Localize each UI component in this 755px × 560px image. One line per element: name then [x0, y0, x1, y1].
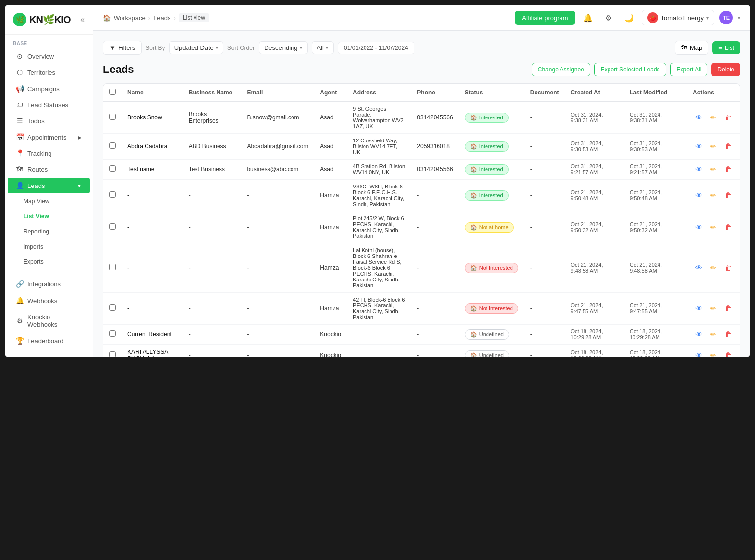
edit-button[interactable]: ✏ [707, 328, 719, 340]
row-actions: 👁 ✏ 🗑 [687, 180, 740, 211]
status-badge[interactable]: 🏠 Not Interested [465, 303, 518, 314]
edit-button[interactable]: ✏ [707, 112, 719, 123]
row-checkbox-7[interactable] [109, 330, 116, 337]
sidebar-item-integrations[interactable]: 🔗 Integrations [8, 276, 90, 292]
row-checkbox-4[interactable] [109, 223, 116, 230]
edit-button[interactable]: ✏ [707, 189, 719, 201]
delete-row-button[interactable]: 🗑 [722, 140, 734, 152]
breadcrumb-leads[interactable]: Leads [153, 14, 170, 22]
sidebar-item-map-view[interactable]: Map View [8, 194, 90, 209]
row-name: Current Resident [122, 325, 183, 345]
theme-toggle-icon[interactable]: 🌙 [621, 10, 637, 25]
view-button[interactable]: 👁 [693, 112, 705, 123]
row-checkbox-5[interactable] [109, 264, 116, 270]
sidebar-item-overview[interactable]: ⊙ Overview [8, 48, 90, 64]
delete-row-button[interactable]: 🗑 [722, 189, 734, 201]
delete-row-button[interactable]: 🗑 [722, 221, 734, 233]
select-all-checkbox[interactable] [109, 89, 116, 95]
row-checkbox-2[interactable] [109, 165, 116, 172]
delete-button[interactable]: Delete [711, 63, 740, 76]
filters-button[interactable]: ▼ Filters [103, 41, 142, 55]
export-all-button[interactable]: Export All [670, 63, 708, 76]
status-icon: 🏠 [470, 224, 477, 231]
campaigns-icon: 📢 [16, 85, 24, 93]
status-badge[interactable]: 🏠 Not Interested [465, 263, 518, 273]
edit-button[interactable]: ✏ [707, 221, 719, 233]
delete-row-button[interactable]: 🗑 [722, 262, 734, 274]
sidebar-item-reporting[interactable]: Reporting [8, 224, 90, 239]
row-checkbox-0[interactable] [109, 114, 116, 120]
row-status: 🏠 Interested [459, 180, 524, 211]
edit-button[interactable]: ✏ [707, 350, 719, 357]
view-button[interactable]: 👁 [693, 328, 705, 340]
row-phone: 03142045566 [411, 160, 459, 180]
status-badge[interactable]: 🏠 Undefined [465, 329, 509, 340]
delete-row-button[interactable]: 🗑 [722, 163, 734, 175]
sidebar-item-territories[interactable]: ⬡ Territories [8, 65, 90, 80]
status-badge[interactable]: 🏠 Interested [465, 141, 509, 152]
map-view-button[interactable]: 🗺 Map [675, 41, 708, 55]
row-document: - [524, 180, 565, 211]
sidebar-item-exports[interactable]: Exports [8, 255, 90, 269]
change-assignee-button[interactable]: Change Assignee [532, 63, 590, 76]
sidebar-item-knockio-webhooks[interactable]: ⚙ Knockio Webhooks [8, 309, 90, 332]
breadcrumb-workspace[interactable]: Workspace [114, 14, 146, 22]
view-button[interactable]: 👁 [693, 140, 705, 152]
sidebar-item-webhooks[interactable]: 🔔 Webhooks [8, 293, 90, 308]
sidebar-item-leads[interactable]: 👤 Leads ▼ [8, 178, 90, 193]
view-button[interactable]: 👁 [693, 303, 705, 314]
status-badge[interactable]: 🏠 Interested [465, 113, 509, 123]
sidebar-item-imports[interactable]: Imports [8, 239, 90, 254]
edit-button[interactable]: ✏ [707, 262, 719, 274]
sidebar-item-todos[interactable]: ☰ Todos [8, 113, 90, 129]
status-badge[interactable]: 🏠 Not at home [465, 222, 514, 233]
view-button[interactable]: 👁 [693, 189, 705, 201]
leads-actions: Change Assignee Export Selected Leads Ex… [532, 63, 740, 76]
delete-row-button[interactable]: 🗑 [722, 328, 734, 340]
row-business: - [183, 211, 242, 243]
affiliate-button[interactable]: Affiliate program [515, 11, 575, 25]
view-button[interactable]: 👁 [693, 350, 705, 357]
view-button[interactable]: 👁 [693, 262, 705, 274]
row-email: - [241, 293, 314, 325]
delete-row-button[interactable]: 🗑 [722, 303, 734, 314]
table-row: Current Resident - - Knockio - - 🏠 Undef… [103, 325, 740, 345]
user-chevron[interactable]: ▾ [738, 15, 740, 21]
sidebar-item-lead-statuses[interactable]: 🏷 Lead Statuses [8, 97, 90, 113]
delete-row-button[interactable]: 🗑 [722, 112, 734, 123]
date-range-picker[interactable]: 01/01/2022 - 11/07/2024 [338, 42, 414, 54]
settings-icon[interactable]: ⚙ [601, 10, 616, 25]
collapse-button[interactable]: « [80, 15, 85, 24]
edit-button[interactable]: ✏ [707, 140, 719, 152]
row-checkbox-3[interactable] [109, 191, 116, 198]
user-avatar[interactable]: TE [719, 11, 733, 24]
sidebar-item-list-view[interactable]: List View [8, 209, 90, 224]
col-phone: Phone [411, 84, 459, 102]
status-badge[interactable]: 🏠 Interested [465, 190, 509, 201]
row-checkbox-6[interactable] [109, 304, 116, 311]
edit-button[interactable]: ✏ [707, 163, 719, 175]
list-view-button[interactable]: ≡ List [712, 41, 740, 54]
sidebar-item-leaderboard[interactable]: 🏆 Leaderboard [8, 333, 90, 349]
workspace-badge[interactable]: 🍅 Tomato Energy ▾ [642, 10, 714, 25]
sidebar-item-appointments[interactable]: 📅 Appointments ▶ [8, 129, 90, 145]
view-button[interactable]: 👁 [693, 221, 705, 233]
topbar-right: Affiliate program 🔔 ⚙ 🌙 🍅 Tomato Energy … [515, 10, 740, 25]
sidebar-item-routes[interactable]: 🗺 Routes [8, 162, 90, 177]
status-badge[interactable]: 🏠 Undefined [465, 350, 509, 358]
sidebar-item-campaigns[interactable]: 📢 Campaigns [8, 81, 90, 96]
delete-row-button[interactable]: 🗑 [722, 350, 734, 357]
sort-order-select[interactable]: Descending ▾ [259, 41, 308, 54]
sort-by-select[interactable]: Updated Date ▾ [169, 41, 223, 54]
row-checkbox-1[interactable] [109, 142, 116, 149]
edit-button[interactable]: ✏ [707, 303, 719, 314]
status-badge[interactable]: 🏠 Interested [465, 164, 509, 175]
export-selected-button[interactable]: Export Selected Leads [594, 63, 666, 76]
row-checkbox-8[interactable] [109, 351, 116, 357]
row-status: 🏠 Undefined [459, 325, 524, 345]
view-button[interactable]: 👁 [693, 163, 705, 175]
row-modified: Oct 21, 2024, 9:50:48 AM [624, 180, 687, 211]
sidebar-item-tracking[interactable]: 📍 Tracking [8, 145, 90, 161]
all-filter-select[interactable]: All ▾ [312, 41, 334, 54]
notifications-icon[interactable]: 🔔 [580, 10, 596, 25]
